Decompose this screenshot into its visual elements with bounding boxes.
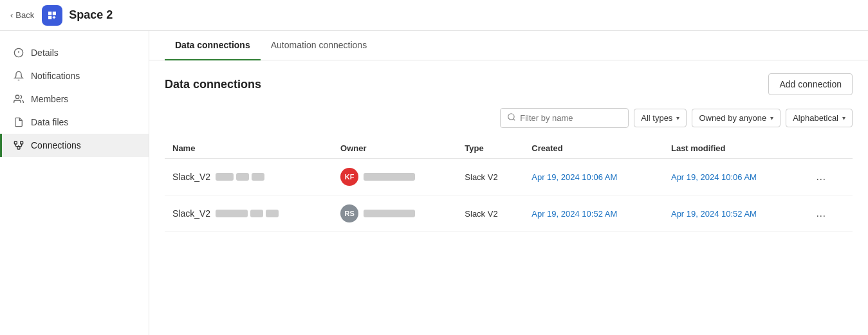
circle-icon	[13, 47, 24, 59]
tab-data-connections[interactable]: Data connections	[165, 31, 261, 60]
sidebar-item-data-files-label: Data files	[31, 117, 68, 127]
cell-type: Slack V2	[457, 159, 524, 195]
more-options-button[interactable]: …	[811, 205, 831, 222]
connection-name: Slack_V2	[172, 172, 210, 182]
svg-rect-5	[21, 141, 23, 144]
table-row: Slack_V2 RS Slack V2 Apr 19, 2024	[165, 195, 853, 232]
back-button[interactable]: ‹ Back	[10, 10, 34, 20]
cell-name: Slack_V2	[165, 159, 333, 195]
page-title: Data connections	[165, 78, 261, 91]
file-icon	[13, 116, 24, 128]
svg-point-8	[508, 114, 514, 120]
col-name: Name	[165, 138, 333, 159]
table-row: Slack_V2 KF Slack V2 Apr 19, 2024	[165, 159, 853, 195]
space-icon	[42, 5, 62, 26]
search-filter[interactable]	[500, 108, 629, 128]
avatar: KF	[340, 168, 358, 186]
cell-name: Slack_V2	[165, 195, 333, 232]
sidebar-item-connections[interactable]: Connections	[0, 134, 149, 157]
chevron-down-icon: ▾	[842, 114, 845, 122]
more-options-button[interactable]: …	[811, 168, 831, 185]
filters-row: All types ▾ Owned by anyone ▾ Alphabetic…	[165, 108, 853, 128]
chevron-left-icon: ‹	[10, 10, 13, 20]
cell-created: Apr 19, 2024 10:52 AM	[524, 195, 663, 232]
owner-filter-dropdown[interactable]: Owned by anyone ▾	[692, 109, 780, 127]
cell-type: Slack V2	[457, 195, 524, 232]
bell-icon	[13, 70, 24, 82]
sidebar-item-data-files[interactable]: Data files	[0, 111, 149, 134]
owner-filter-label: Owned by anyone	[699, 113, 766, 123]
svg-rect-4	[14, 141, 17, 144]
svg-point-3	[15, 95, 19, 98]
sidebar: Details Notifications Members Data files	[0, 31, 149, 335]
type-filter-dropdown[interactable]: All types ▾	[634, 109, 687, 127]
connections-table: Name Owner Type Created Last modified Sl…	[165, 138, 853, 232]
sort-filter-dropdown[interactable]: Alphabetical ▾	[786, 109, 853, 127]
col-created: Created	[524, 138, 663, 159]
connection-name: Slack_V2	[172, 208, 210, 219]
cell-last-modified: Apr 19, 2024 10:06 AM	[663, 159, 803, 195]
tab-automation-connections[interactable]: Automation connections	[261, 31, 377, 60]
search-input[interactable]	[520, 113, 622, 123]
cell-owner: RS	[333, 195, 457, 232]
chevron-down-icon: ▾	[676, 114, 679, 122]
cell-last-modified: Apr 19, 2024 10:52 AM	[663, 195, 803, 232]
sidebar-item-notifications-label: Notifications	[31, 71, 80, 81]
tabs-bar: Data connections Automation connections	[149, 31, 868, 60]
avatar: RS	[340, 204, 358, 222]
connection-icon	[13, 140, 24, 151]
col-type: Type	[457, 138, 524, 159]
cell-owner: KF	[333, 159, 457, 195]
chevron-down-icon: ▾	[770, 114, 773, 122]
sort-filter-label: Alphabetical	[793, 113, 838, 123]
col-last-modified: Last modified	[663, 138, 803, 159]
sidebar-item-members-label: Members	[31, 94, 68, 104]
search-icon	[507, 113, 516, 123]
sidebar-item-notifications[interactable]: Notifications	[0, 64, 149, 87]
add-connection-button[interactable]: Add connection	[768, 73, 853, 95]
cell-created: Apr 19, 2024 10:06 AM	[524, 159, 663, 195]
type-filter-label: All types	[641, 113, 672, 123]
content-area: Data connections Automation connections …	[149, 31, 868, 335]
sidebar-item-details-label: Details	[31, 48, 59, 58]
col-actions	[803, 138, 853, 159]
back-label: Back	[15, 10, 34, 20]
col-owner: Owner	[333, 138, 457, 159]
people-icon	[13, 93, 24, 105]
svg-line-9	[513, 119, 515, 121]
space-title: Space 2	[69, 8, 113, 22]
sidebar-item-members[interactable]: Members	[0, 87, 149, 111]
cell-actions: …	[803, 195, 853, 232]
cell-actions: …	[803, 159, 853, 195]
sidebar-item-connections-label: Connections	[31, 140, 81, 150]
sidebar-item-details[interactable]: Details	[0, 41, 149, 64]
